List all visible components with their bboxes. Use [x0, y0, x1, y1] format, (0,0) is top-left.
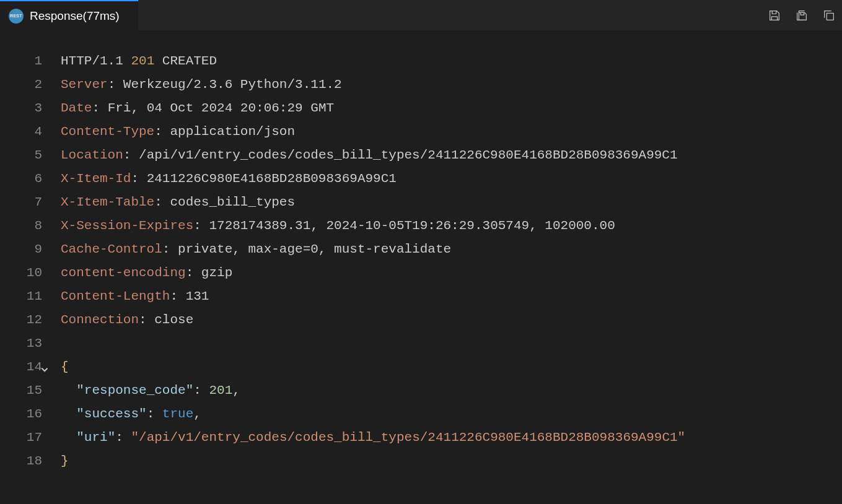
line-number: 6	[0, 167, 42, 191]
line-number: 3	[0, 97, 42, 120]
code-line: Content-Type: application/json	[61, 120, 842, 144]
code-line: {	[61, 355, 842, 379]
line-number: 14	[0, 355, 42, 379]
code-line: Date: Fri, 04 Oct 2024 20:06:29 GMT	[61, 97, 842, 120]
code-line: }	[61, 450, 842, 473]
line-number: 7	[0, 191, 42, 214]
code-line: Location: /api/v1/entry_codes/codes_bill…	[61, 144, 842, 167]
line-number: 9	[0, 238, 42, 261]
line-number: 12	[0, 308, 42, 332]
code-line: HTTP/1.1 201 CREATED	[61, 50, 842, 73]
line-number: 2	[0, 73, 42, 97]
editor[interactable]: 123456789101112131415161718 HTTP/1.1 201…	[0, 31, 842, 473]
code-line: "success": true,	[61, 402, 842, 426]
close-icon[interactable]	[127, 9, 129, 24]
code-line: X-Session-Expires: 1728174389.31, 2024-1…	[61, 214, 842, 238]
code-line: X-Item-Id: 2411226C980E4168BD28B098369A9…	[61, 167, 842, 191]
svg-rect-0	[827, 13, 833, 20]
line-number: 5	[0, 144, 42, 167]
code-line: Cache-Control: private, max-age=0, must-…	[61, 238, 842, 261]
tab-title: Response(77ms)	[30, 9, 120, 23]
tab-response[interactable]: REST Response(77ms)	[0, 0, 138, 30]
line-number: 8	[0, 214, 42, 238]
line-number: 15	[0, 379, 42, 402]
code-line: X-Item-Table: codes_bill_types	[61, 191, 842, 214]
code-content: HTTP/1.1 201 CREATEDServer: Werkzeug/2.3…	[50, 50, 842, 473]
line-gutter: 123456789101112131415161718	[0, 50, 50, 473]
code-line: Server: Werkzeug/2.3.6 Python/3.11.2	[61, 73, 842, 97]
line-number: 16	[0, 402, 42, 426]
code-line: "response_code": 201,	[61, 379, 842, 402]
tab-bar: REST Response(77ms)	[0, 0, 842, 31]
copy-icon[interactable]	[821, 7, 837, 24]
line-number: 1	[0, 50, 42, 73]
rest-client-icon: REST	[9, 9, 24, 24]
code-line	[61, 332, 842, 355]
tabbar-actions	[766, 7, 837, 24]
save-all-icon[interactable]	[794, 7, 810, 24]
save-icon[interactable]	[766, 7, 783, 24]
line-number: 4	[0, 120, 42, 144]
line-number: 10	[0, 261, 42, 285]
line-number: 13	[0, 332, 42, 355]
code-line: Content-Length: 131	[61, 285, 842, 308]
code-line: Connection: close	[61, 308, 842, 332]
line-number: 17	[0, 426, 42, 450]
code-line: content-encoding: gzip	[61, 261, 842, 285]
line-number: 11	[0, 285, 42, 308]
line-number: 18	[0, 450, 42, 473]
code-line: "uri": "/api/v1/entry_codes/codes_bill_t…	[61, 426, 842, 450]
